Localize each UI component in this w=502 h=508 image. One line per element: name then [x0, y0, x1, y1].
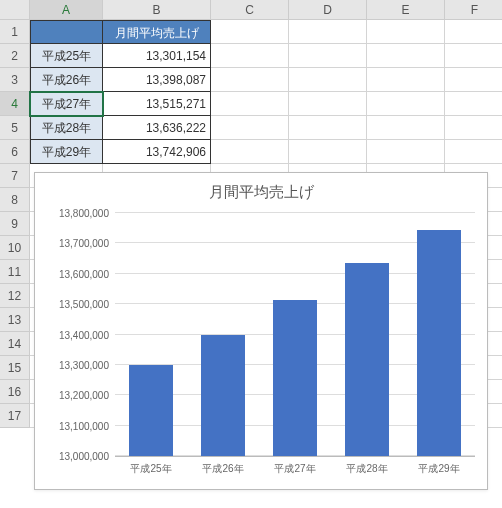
- cell-C1[interactable]: [211, 20, 289, 44]
- chart-bar-slot: 平成27年: [259, 213, 331, 456]
- chart-bars: 平成25年平成26年平成27年平成28年平成29年: [115, 213, 475, 456]
- cell-D2[interactable]: [289, 44, 367, 68]
- chart-bar-slot: 平成26年: [187, 213, 259, 456]
- cell-A2[interactable]: 平成25年: [30, 44, 103, 68]
- spreadsheet: ABCDEF 1月間平均売上げ2平成25年13,301,1543平成26年13,…: [0, 0, 502, 508]
- cell-F2[interactable]: [445, 44, 502, 68]
- cell-E6[interactable]: [367, 140, 445, 164]
- cell-E3[interactable]: [367, 68, 445, 92]
- column-header-C[interactable]: C: [211, 0, 289, 20]
- row-header-5[interactable]: 5: [0, 116, 30, 140]
- cell-B1[interactable]: 月間平均売上げ: [103, 20, 211, 44]
- chart-x-tick-label: 平成29年: [403, 456, 475, 476]
- chart-y-tick-label: 13,100,000: [41, 420, 109, 431]
- chart-y-tick-label: 13,600,000: [41, 268, 109, 279]
- row-header-10[interactable]: 10: [0, 236, 30, 260]
- cell-F6[interactable]: [445, 140, 502, 164]
- row-header-1[interactable]: 1: [0, 20, 30, 44]
- row-header-8[interactable]: 8: [0, 188, 30, 212]
- row-header-16[interactable]: 16: [0, 380, 30, 404]
- cell-C4[interactable]: [211, 92, 289, 116]
- chart-bar[interactable]: [345, 263, 388, 456]
- cell-A1[interactable]: [30, 20, 103, 44]
- cell-D4[interactable]: [289, 92, 367, 116]
- row-header-14[interactable]: 14: [0, 332, 30, 356]
- cell-A6[interactable]: 平成29年: [30, 140, 103, 164]
- row-header-2[interactable]: 2: [0, 44, 30, 68]
- cell-D6[interactable]: [289, 140, 367, 164]
- chart-y-tick-label: 13,400,000: [41, 329, 109, 340]
- cell-C5[interactable]: [211, 116, 289, 140]
- chart-y-tick-label: 13,200,000: [41, 390, 109, 401]
- chart-bar[interactable]: [417, 230, 460, 456]
- cell-B6[interactable]: 13,742,906: [103, 140, 211, 164]
- chart-bar[interactable]: [201, 335, 244, 456]
- embedded-chart[interactable]: 月間平均売上げ 13,000,00013,100,00013,200,00013…: [34, 172, 488, 490]
- cell-E4[interactable]: [367, 92, 445, 116]
- chart-bar[interactable]: [129, 365, 172, 456]
- cell-A5[interactable]: 平成28年: [30, 116, 103, 140]
- chart-x-tick-label: 平成26年: [187, 456, 259, 476]
- row-header-4[interactable]: 4: [0, 92, 30, 116]
- chart-x-tick-label: 平成28年: [331, 456, 403, 476]
- cell-C6[interactable]: [211, 140, 289, 164]
- cell-E1[interactable]: [367, 20, 445, 44]
- column-header-A[interactable]: A: [30, 0, 103, 20]
- column-header-B[interactable]: B: [103, 0, 211, 20]
- row-header-15[interactable]: 15: [0, 356, 30, 380]
- cell-E2[interactable]: [367, 44, 445, 68]
- column-header-D[interactable]: D: [289, 0, 367, 20]
- cell-E5[interactable]: [367, 116, 445, 140]
- row-header-13[interactable]: 13: [0, 308, 30, 332]
- chart-title: 月間平均売上げ: [35, 173, 487, 208]
- cell-D1[interactable]: [289, 20, 367, 44]
- cell-B4[interactable]: 13,515,271: [103, 92, 211, 116]
- chart-bar-slot: 平成29年: [403, 213, 475, 456]
- row-header-6[interactable]: 6: [0, 140, 30, 164]
- chart-y-tick-label: 13,700,000: [41, 238, 109, 249]
- cell-F1[interactable]: [445, 20, 502, 44]
- cell-C3[interactable]: [211, 68, 289, 92]
- cell-C2[interactable]: [211, 44, 289, 68]
- chart-x-tick-label: 平成25年: [115, 456, 187, 476]
- column-header-F[interactable]: F: [445, 0, 502, 20]
- row-header-17[interactable]: 17: [0, 404, 30, 428]
- chart-y-tick-label: 13,300,000: [41, 359, 109, 370]
- cell-B2[interactable]: 13,301,154: [103, 44, 211, 68]
- chart-bar-slot: 平成28年: [331, 213, 403, 456]
- chart-plot-area: 13,000,00013,100,00013,200,00013,300,000…: [115, 213, 475, 457]
- cell-F3[interactable]: [445, 68, 502, 92]
- column-headers: ABCDEF: [0, 0, 502, 20]
- row-header-11[interactable]: 11: [0, 260, 30, 284]
- select-all-corner[interactable]: [0, 0, 30, 20]
- chart-y-tick-label: 13,800,000: [41, 208, 109, 219]
- row-header-9[interactable]: 9: [0, 212, 30, 236]
- column-header-E[interactable]: E: [367, 0, 445, 20]
- chart-y-tick-label: 13,500,000: [41, 299, 109, 310]
- cell-F4[interactable]: [445, 92, 502, 116]
- chart-y-tick-label: 13,000,000: [41, 451, 109, 462]
- row-header-3[interactable]: 3: [0, 68, 30, 92]
- chart-x-tick-label: 平成27年: [259, 456, 331, 476]
- cell-B3[interactable]: 13,398,087: [103, 68, 211, 92]
- cell-F5[interactable]: [445, 116, 502, 140]
- cell-A4[interactable]: 平成27年: [30, 92, 103, 116]
- chart-bar[interactable]: [273, 300, 316, 457]
- cell-B5[interactable]: 13,636,222: [103, 116, 211, 140]
- cell-D3[interactable]: [289, 68, 367, 92]
- row-header-12[interactable]: 12: [0, 284, 30, 308]
- row-header-7[interactable]: 7: [0, 164, 30, 188]
- chart-bar-slot: 平成25年: [115, 213, 187, 456]
- cell-D5[interactable]: [289, 116, 367, 140]
- cell-A3[interactable]: 平成26年: [30, 68, 103, 92]
